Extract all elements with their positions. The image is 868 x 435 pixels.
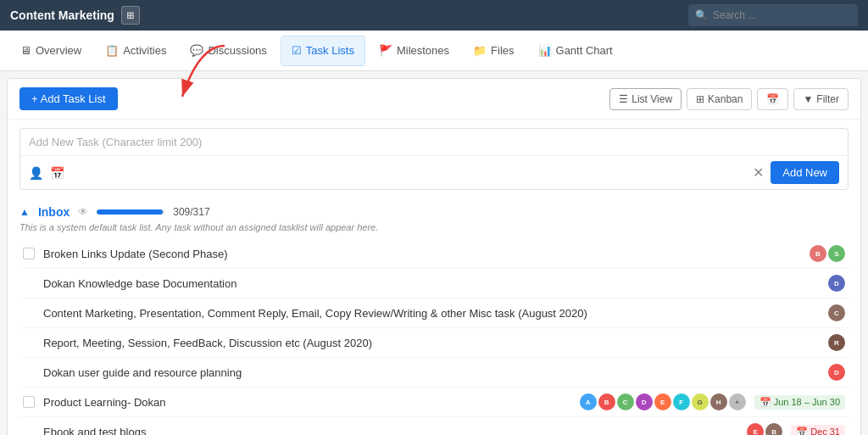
add-new-button[interactable]: Add New [771, 161, 839, 184]
tab-overview[interactable]: 🖥 Overview [10, 36, 92, 66]
progress-bar [97, 209, 164, 215]
list-view-button[interactable]: ☰ List View [609, 88, 682, 110]
avatar: S [828, 245, 845, 262]
table-row: Dokan user guide and resource planning D [19, 358, 849, 388]
tab-activities[interactable]: 📋 Activities [95, 36, 176, 66]
list-view-icon: ☰ [619, 93, 628, 105]
tab-files[interactable]: 📁 Files [463, 36, 524, 66]
task-avatars-2: D [828, 275, 845, 292]
files-icon: 📁 [473, 44, 487, 57]
avatar: D [636, 393, 653, 410]
kanban-button[interactable]: ⊞ Kanban [687, 88, 752, 110]
search-box[interactable]: 🔍 [688, 4, 858, 26]
add-task-icons: 👤 📅 [29, 166, 64, 180]
progress-bar-fill [97, 209, 163, 215]
add-tasklist-button[interactable]: + Add Task List [19, 87, 118, 110]
avatar: + [729, 393, 746, 410]
task-checkbox-1[interactable] [23, 248, 35, 259]
add-task-input-row [20, 129, 848, 156]
top-bar: Content Marketing ⊞ 🔍 [0, 0, 868, 31]
avatar: R [828, 334, 845, 351]
kanban-icon: ⊞ [696, 93, 704, 105]
avatar: B [765, 423, 782, 435]
add-task-section: 👤 📅 ✕ Add New [19, 128, 849, 190]
tab-activities-label: Activities [123, 44, 166, 57]
list-view-label: List View [632, 93, 672, 105]
avatar: E [747, 423, 764, 435]
avatar: C [828, 304, 845, 321]
task-avatars-4: R [828, 334, 845, 351]
inbox-description: This is a system default task list. Any … [19, 222, 849, 232]
search-input[interactable] [713, 9, 851, 21]
task-date-7: 📅 Dec 31 [791, 425, 845, 436]
milestones-icon: 🚩 [379, 44, 392, 57]
table-row: Ebook and test blogs E B 📅 Dec 31 [19, 417, 849, 435]
discussions-icon: 💬 [190, 44, 203, 57]
calendar-icon: 📅 [766, 93, 779, 105]
search-icon: 🔍 [695, 9, 708, 21]
table-row: Broken Links Update (Second Phase) B S [19, 239, 849, 269]
avatar: H [710, 393, 727, 410]
tab-overview-label: Overview [36, 44, 81, 57]
doc-icon[interactable]: ⊞ [121, 6, 140, 25]
avatar: B [810, 245, 826, 262]
inbox-label: Inbox [38, 205, 70, 219]
gantt-icon: 📊 [538, 44, 552, 57]
add-task-input[interactable] [29, 136, 839, 148]
filter-button[interactable]: ▼ Filter [793, 88, 849, 110]
task-checkbox-6[interactable] [23, 396, 35, 408]
close-add-task-button[interactable]: ✕ [753, 165, 764, 181]
view-controls: ☰ List View ⊞ Kanban 📅 ▼ Filter [609, 88, 849, 110]
activities-icon: 📋 [105, 44, 119, 57]
doc-icon-symbol: ⊞ [126, 10, 134, 21]
kanban-label: Kanban [708, 93, 743, 105]
avatar: G [692, 393, 709, 410]
tab-milestones[interactable]: 🚩 Milestones [369, 36, 459, 66]
filter-label: Filter [816, 93, 839, 105]
tab-discussions[interactable]: 💬 Discussions [180, 36, 276, 66]
calendar-button[interactable]: 📅 [757, 88, 788, 110]
avatar: F [673, 393, 690, 410]
task-date-6: 📅 Jun 18 – Jun 30 [754, 395, 845, 410]
task-avatars-3: C [828, 304, 845, 321]
inbox-header: ▲ Inbox 👁 309/317 [19, 198, 849, 222]
avatar: B [598, 393, 615, 410]
tab-gantt-label: Gantt Chart [556, 44, 613, 57]
task-avatars-6: A B C D E F G H + [580, 393, 746, 410]
user-assign-icon[interactable]: 👤 [29, 166, 43, 180]
task-name-6[interactable]: Product Learning- Dokan [43, 396, 571, 409]
progress-text: 309/317 [173, 206, 209, 218]
add-task-actions: ✕ Add New [753, 161, 839, 184]
add-task-tools: 👤 📅 ✕ Add New [20, 156, 848, 189]
tab-gantt-chart[interactable]: 📊 Gantt Chart [528, 36, 623, 66]
tasklists-icon: ☑ [292, 44, 302, 57]
avatar: A [580, 393, 597, 410]
task-name-7[interactable]: Ebook and test blogs [43, 426, 738, 436]
app-title-group: Content Marketing ⊞ [10, 6, 140, 25]
table-row: Dokan Knowledge base Documentation D [19, 269, 849, 298]
tab-milestones-label: Milestones [397, 44, 449, 57]
task-name-2[interactable]: Dokan Knowledge base Documentation [43, 277, 820, 290]
collapse-button[interactable]: ▲ [19, 206, 30, 218]
nav-tabs: 🖥 Overview 📋 Activities 💬 Discussions ☑ … [0, 31, 868, 71]
tab-files-label: Files [491, 44, 514, 57]
task-name-5[interactable]: Dokan user guide and resource planning [43, 366, 820, 379]
tab-task-lists[interactable]: ☑ Task Lists [281, 36, 365, 66]
overview-icon: 🖥 [20, 44, 31, 57]
main-content: + Add Task List ☰ List View ⊞ Kanban 📅 ▼… [7, 78, 861, 435]
table-row: Product Learning- Dokan A B C D E F G H … [19, 388, 849, 417]
eye-icon[interactable]: 👁 [78, 206, 88, 218]
task-name-3[interactable]: Content Marketing, Presentation, Comment… [43, 307, 820, 320]
toolbar: + Add Task List ☰ List View ⊞ Kanban 📅 ▼… [8, 79, 860, 120]
task-avatars-1: B S [810, 245, 845, 262]
avatar: E [654, 393, 671, 410]
task-list: Broken Links Update (Second Phase) B S D… [19, 239, 849, 435]
tab-discussions-label: Discussions [208, 44, 266, 57]
avatar: C [617, 393, 634, 410]
task-avatars-7: E B [747, 423, 782, 435]
task-name-1[interactable]: Broken Links Update (Second Phase) [43, 248, 801, 260]
avatar: D [828, 364, 845, 381]
calendar-assign-icon[interactable]: 📅 [50, 166, 64, 180]
task-name-4[interactable]: Report, Meeting, Session, FeedBack, Disc… [43, 337, 820, 349]
avatar: D [828, 275, 845, 292]
